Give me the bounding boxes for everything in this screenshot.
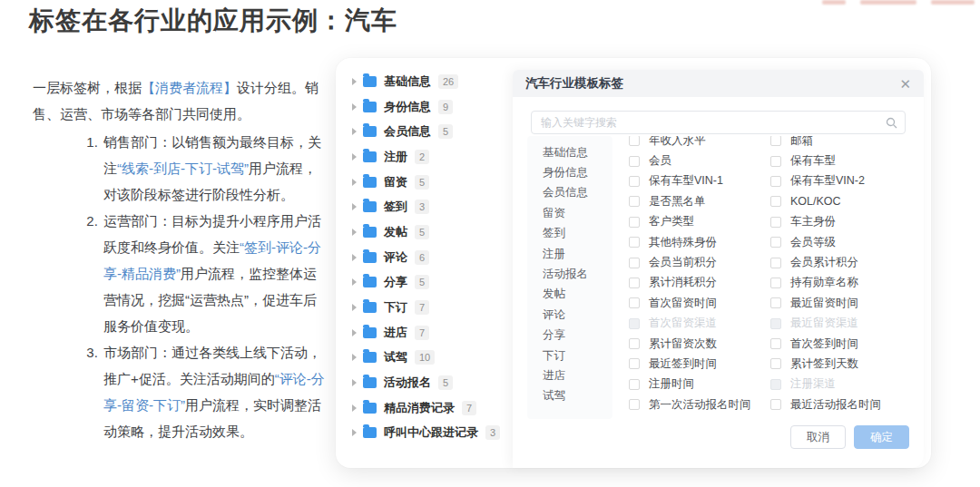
tag-checkbox-item[interactable]: 其他特殊身份: [629, 232, 770, 252]
tag-checkbox-item[interactable]: KOL/KOC: [770, 191, 912, 211]
tag-checkbox-item[interactable]: 是否黑名单: [629, 191, 770, 211]
close-icon[interactable]: ✕: [899, 77, 911, 91]
search-input[interactable]: [539, 115, 880, 130]
tag-checkbox-item[interactable]: 会员当前积分: [629, 252, 770, 272]
tag-checkbox-item[interactable]: 会员累计积分: [770, 252, 912, 272]
category-item[interactable]: 留资: [543, 203, 612, 223]
tag-checkbox-area: 年收入水平 会员 保有车型VIN-1 是否黑名单 客户类型 其他特殊身份 会员当…: [629, 136, 912, 419]
tag-checkbox-item[interactable]: 会员等级: [770, 232, 912, 252]
tag-label: 最近活动报名时间: [790, 397, 881, 413]
cancel-button[interactable]: 取消: [790, 425, 846, 449]
tree-item[interactable]: 活动报名 5: [352, 370, 515, 395]
checkbox-icon: [629, 399, 640, 410]
checkbox-icon: [629, 136, 640, 146]
checkbox-icon: [629, 278, 640, 288]
slide: 标签在各行业的应用示例：汽车 一层标签树，根据【消费者流程】设计分组。销售、运营…: [0, 0, 980, 487]
tag-checkbox-item[interactable]: 第一次活动报名时间: [629, 394, 770, 414]
top-right-watermark: [931, 0, 975, 5]
tree-item[interactable]: 基础信息 26: [352, 69, 515, 94]
tree-item[interactable]: 签到 3: [352, 194, 515, 219]
tag-label: 车主身份: [790, 214, 836, 229]
tag-label: 累计消耗积分: [649, 275, 717, 290]
tag-checkbox-item[interactable]: 保有车型VIN-1: [629, 171, 770, 191]
category-item[interactable]: 下订: [543, 346, 612, 365]
tree-item[interactable]: 分享 5: [352, 270, 515, 296]
checkbox-icon: [770, 176, 781, 187]
tag-checkbox-item[interactable]: 最近签到时间: [629, 354, 770, 374]
category-item[interactable]: 签到: [543, 224, 612, 244]
tag-label: 累计签到天数: [790, 356, 858, 372]
checkbox-icon: [770, 318, 781, 329]
tag-label: 持有勋章名称: [790, 275, 858, 290]
category-item[interactable]: 身份信息: [543, 162, 612, 182]
checkbox-icon: [770, 297, 781, 308]
tag-checkbox-item[interactable]: 邮箱: [770, 136, 912, 151]
folder-icon: [363, 102, 377, 112]
tag-checkbox-item[interactable]: 注册渠道: [770, 375, 912, 394]
top-right-watermark: [860, 0, 916, 5]
tree-item[interactable]: 呼叫中心跟进记录 3: [352, 421, 515, 446]
category-item[interactable]: 基础信息: [543, 142, 612, 162]
tree-item-label: 进店: [384, 325, 407, 341]
caret-right-icon: [352, 304, 357, 311]
checkbox-icon: [629, 297, 640, 308]
tree-item[interactable]: 进店 7: [352, 320, 515, 346]
tag-checkbox-item[interactable]: 保有车型: [770, 151, 912, 170]
tree-item[interactable]: 试驾 10: [352, 346, 515, 371]
checkbox-icon: [770, 196, 781, 207]
tree-item[interactable]: 下订 7: [352, 295, 515, 320]
tag-label: 累计留资次数: [649, 336, 717, 352]
tag-checkbox-item[interactable]: 保有车型VIN-2: [770, 171, 912, 191]
tag-checkbox-item[interactable]: 首次留资渠道: [629, 314, 770, 334]
confirm-button[interactable]: 确定: [854, 425, 909, 449]
tag-checkbox-item[interactable]: 最近留资渠道: [770, 314, 912, 334]
checkbox-icon: [629, 358, 640, 369]
tag-checkbox-item[interactable]: 首次留资时间: [629, 293, 770, 313]
modal-title: 汽车行业模板标签: [525, 75, 623, 92]
modal-footer: 取消 确定: [790, 425, 909, 449]
caret-right-icon: [352, 78, 357, 85]
category-item[interactable]: 进店: [543, 365, 612, 385]
tree-item-count-badge: 26: [438, 74, 458, 89]
tag-checkbox-item[interactable]: 累计留资次数: [629, 334, 770, 354]
tree-item-label: 发帖: [384, 224, 407, 240]
caret-right-icon: [352, 354, 357, 361]
tree-item[interactable]: 精品消费记录 7: [352, 395, 515, 421]
category-item[interactable]: 评论: [543, 305, 612, 325]
tree-item-label: 身份信息: [384, 99, 431, 115]
category-item[interactable]: 试驾: [543, 386, 612, 406]
tag-checkbox-item[interactable]: 年收入水平: [629, 136, 770, 151]
tree-item-count-badge: 9: [438, 100, 453, 114]
search-box: [531, 111, 906, 134]
checkbox-icon: [770, 136, 781, 146]
caret-right-icon: [352, 179, 357, 186]
category-item[interactable]: 注册: [543, 244, 612, 264]
category-item[interactable]: 发帖: [543, 285, 612, 305]
tag-checkbox-item[interactable]: 最近留资时间: [770, 293, 912, 313]
tree-item[interactable]: 评论 6: [352, 245, 515, 270]
tag-checkbox-item[interactable]: 车主身份: [770, 212, 912, 232]
tag-checkbox-item[interactable]: 会员: [629, 151, 770, 170]
tree-item[interactable]: 注册 2: [352, 144, 515, 170]
tree-item-count-badge: 5: [415, 225, 429, 239]
tag-checkbox-item[interactable]: 持有勋章名称: [770, 273, 912, 293]
tag-tree: 基础信息 26 身份信息 9 会员信息 5 注册 2 留资 5 签到 3 发帖 …: [352, 69, 515, 445]
category-item[interactable]: 会员信息: [543, 183, 612, 203]
tree-item[interactable]: 留资 5: [352, 170, 515, 195]
tag-label: 保有车型VIN-1: [649, 173, 723, 189]
tree-item[interactable]: 发帖 5: [352, 219, 515, 245]
checkbox-icon: [629, 338, 640, 349]
tag-checkbox-item[interactable]: 最近活动报名时间: [770, 394, 912, 414]
tree-item[interactable]: 会员信息 5: [352, 119, 515, 144]
tree-item-label: 评论: [384, 249, 407, 266]
tag-checkbox-item[interactable]: 累计签到天数: [770, 354, 912, 374]
category-item[interactable]: 活动报名: [543, 264, 612, 284]
tree-item[interactable]: 身份信息 9: [352, 94, 515, 120]
tag-label: 最近留资渠道: [790, 316, 858, 331]
category-item[interactable]: 分享: [543, 326, 612, 346]
tag-checkbox-item[interactable]: 首次签到时间: [770, 334, 912, 354]
tag-checkbox-item[interactable]: 累计消耗积分: [629, 273, 770, 293]
tag-checkbox-item[interactable]: 客户类型: [629, 212, 770, 232]
tag-checkbox-item[interactable]: 注册时间: [629, 375, 770, 394]
checkbox-icon: [770, 358, 781, 369]
